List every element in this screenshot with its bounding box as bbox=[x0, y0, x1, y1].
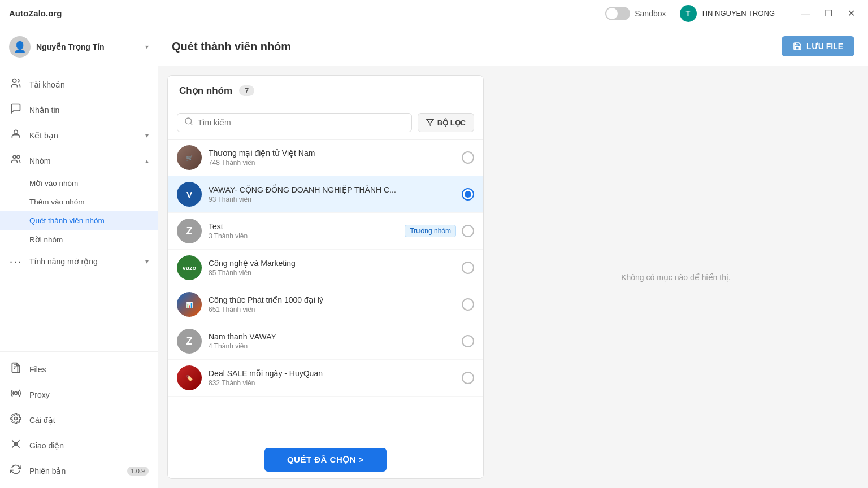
content-body: Chọn nhóm 7 BỘ LỌC bbox=[158, 66, 868, 488]
group-item[interactable]: 📊 Công thức Phát triển 1000 đại lý 651 T… bbox=[168, 286, 483, 323]
sidebar-item-label: Cài đặt bbox=[29, 416, 55, 425]
group-info: Thương mại điện tử Việt Nam 748 Thành vi… bbox=[209, 149, 455, 167]
sidebar-item-ket-ban[interactable]: Kết bạn ▾ bbox=[0, 123, 158, 148]
friend-icon bbox=[9, 128, 23, 142]
radio-unselected[interactable] bbox=[462, 225, 474, 237]
quet-da-chon-button[interactable]: QUÉT ĐÃ CHỌN > bbox=[264, 448, 387, 472]
sidebar-item-roi-nhom[interactable]: Rời nhóm bbox=[0, 230, 158, 249]
maximize-button[interactable]: ☐ bbox=[821, 6, 836, 21]
radio-unselected[interactable] bbox=[462, 262, 474, 274]
profile-avatar: 👤 bbox=[9, 36, 31, 58]
radio-unselected[interactable] bbox=[462, 335, 474, 347]
radio-unselected[interactable] bbox=[462, 151, 474, 164]
sidebar-item-tai-khoan[interactable]: Tài khoản bbox=[0, 72, 158, 97]
search-wrap[interactable] bbox=[177, 113, 412, 132]
group-avatar: vazo bbox=[177, 255, 202, 280]
save-icon bbox=[793, 42, 802, 51]
svg-line-11 bbox=[190, 123, 192, 125]
sandbox-area: Sandbox bbox=[605, 7, 666, 20]
filter-button[interactable]: BỘ LỌC bbox=[418, 113, 474, 132]
svg-point-6 bbox=[15, 417, 18, 420]
empty-text: Không có mục nào để hiển thị. bbox=[621, 273, 731, 282]
sidebar-item-them-vao-nhom[interactable]: Thêm vào nhóm bbox=[0, 193, 158, 211]
chevron-down-icon: ▾ bbox=[145, 43, 149, 51]
group-name: Công nghệ và Marketing bbox=[209, 259, 455, 268]
group-info: Test 3 Thành viên bbox=[209, 222, 398, 240]
panel-footer: QUÉT ĐÃ CHỌN > bbox=[168, 441, 483, 478]
group-avatar: 🛒 bbox=[177, 145, 202, 170]
sidebar-item-nhom[interactable]: Nhóm ▴ bbox=[0, 148, 158, 173]
group-item[interactable]: V VAWAY- CỘNG ĐỒNG DOANH NGHIỆP THÀNH C.… bbox=[168, 176, 483, 213]
close-button[interactable]: ✕ bbox=[843, 6, 859, 21]
sidebar-item-giao-dien[interactable]: Giao diện bbox=[0, 433, 158, 458]
chevron-up-icon: ▴ bbox=[145, 157, 149, 165]
search-input[interactable] bbox=[198, 118, 405, 127]
sidebar-profile[interactable]: 👤 Nguyễn Trọng Tín ▾ bbox=[0, 27, 158, 67]
svg-marker-12 bbox=[427, 120, 433, 126]
svg-point-3 bbox=[17, 155, 20, 158]
sidebar-item-proxy[interactable]: Proxy bbox=[0, 382, 158, 407]
titlebar-user: T TIN NGUYEN TRONG bbox=[680, 5, 775, 22]
filter-icon bbox=[426, 119, 434, 127]
group-info: VAWAY- CỘNG ĐỒNG DOANH NGHIỆP THÀNH C...… bbox=[209, 185, 455, 203]
save-file-button[interactable]: LƯU FILE bbox=[782, 36, 854, 56]
group-item[interactable]: vazo Công nghệ và Marketing 85 Thành viê… bbox=[168, 250, 483, 286]
app-body: 👤 Nguyễn Trọng Tín ▾ Tài khoản Nhắn tin bbox=[0, 27, 868, 488]
sandbox-toggle[interactable] bbox=[605, 7, 630, 20]
group-info: Nam thanh VAWAY 4 Thành viên bbox=[209, 332, 455, 350]
group-item[interactable]: Z Test 3 Thành viên Trưởng nhóm bbox=[168, 213, 483, 250]
theme-icon bbox=[9, 438, 23, 452]
sidebar-item-cai-dat[interactable]: Cài đặt bbox=[0, 407, 158, 433]
sidebar-item-label: Tài khoản bbox=[29, 80, 65, 89]
sidebar-item-label: Kết bạn bbox=[29, 131, 58, 140]
accounts-icon bbox=[9, 77, 23, 91]
minimize-button[interactable]: — bbox=[798, 6, 814, 21]
group-members: 4 Thành viên bbox=[209, 342, 455, 350]
more-icon: ··· bbox=[9, 255, 23, 268]
sidebar-item-label: Files bbox=[29, 365, 46, 374]
message-icon bbox=[9, 103, 23, 117]
group-avatar: 📊 bbox=[177, 292, 202, 317]
radio-selected[interactable] bbox=[462, 188, 474, 201]
sidebar-item-label: Giao diện bbox=[29, 441, 64, 450]
divider bbox=[0, 351, 158, 352]
sidebar-item-label: Nhóm bbox=[29, 156, 50, 165]
panel-title: Chọn nhóm bbox=[179, 85, 232, 97]
radio-unselected[interactable] bbox=[462, 372, 474, 384]
group-name: Nam thanh VAWAY bbox=[209, 332, 455, 341]
group-item[interactable]: 🏷️ Deal SALE mỗi ngày - HuyQuan 832 Thàn… bbox=[168, 360, 483, 396]
titlebar-username: TIN NGUYEN TRONG bbox=[701, 9, 775, 18]
proxy-icon bbox=[9, 387, 23, 402]
avatar: T bbox=[680, 5, 697, 22]
window-controls: — ☐ ✕ bbox=[798, 6, 859, 21]
group-item[interactable]: Z Nam thanh VAWAY 4 Thành viên bbox=[168, 323, 483, 360]
group-members: 651 Thành viên bbox=[209, 306, 455, 313]
sidebar-item-label: Nhắn tin bbox=[29, 106, 59, 115]
sidebar-item-files[interactable]: Files bbox=[0, 356, 158, 382]
group-info: Deal SALE mỗi ngày - HuyQuan 832 Thành v… bbox=[209, 369, 455, 387]
group-members: 93 Thành viên bbox=[209, 195, 455, 203]
group-name: Thương mại điện tử Việt Nam bbox=[209, 149, 455, 158]
files-icon bbox=[9, 362, 23, 376]
svg-point-5 bbox=[15, 392, 18, 395]
group-avatar: V bbox=[177, 182, 202, 207]
sidebar-item-quet-thanh-vien[interactable]: Quét thành viên nhóm bbox=[0, 211, 158, 230]
group-members: 3 Thành viên bbox=[209, 232, 398, 240]
content-header: Quét thành viên nhóm LƯU FILE bbox=[158, 27, 868, 66]
chevron-down-icon: ▾ bbox=[145, 258, 149, 265]
sidebar-item-moi-vao-nhom[interactable]: Mời vào nhóm bbox=[0, 173, 158, 193]
sidebar-item-nhan-tin[interactable]: Nhắn tin bbox=[0, 97, 158, 123]
sidebar-item-tinh-nang[interactable]: ··· Tính năng mở rộng ▾ bbox=[0, 249, 158, 273]
sidebar-bottom: Files Proxy Cài đặt Giao diện bbox=[0, 342, 158, 488]
group-item[interactable]: 🛒 Thương mại điện tử Việt Nam 748 Thành … bbox=[168, 140, 483, 176]
version-badge: 1.0.9 bbox=[127, 467, 149, 476]
sidebar-item-label: Phiên bản bbox=[29, 467, 66, 476]
sidebar-item-phien-ban[interactable]: Phiên bản 1.0.9 bbox=[0, 458, 158, 483]
leader-badge: Trưởng nhóm bbox=[405, 225, 456, 237]
sidebar-nav: Tài khoản Nhắn tin Kết bạn ▾ bbox=[0, 67, 158, 342]
group-avatar: Z bbox=[177, 329, 202, 354]
radio-unselected[interactable] bbox=[462, 298, 474, 311]
group-avatar: Z bbox=[177, 219, 202, 243]
chevron-down-icon: ▾ bbox=[145, 132, 149, 140]
group-avatar: 🏷️ bbox=[177, 365, 202, 390]
